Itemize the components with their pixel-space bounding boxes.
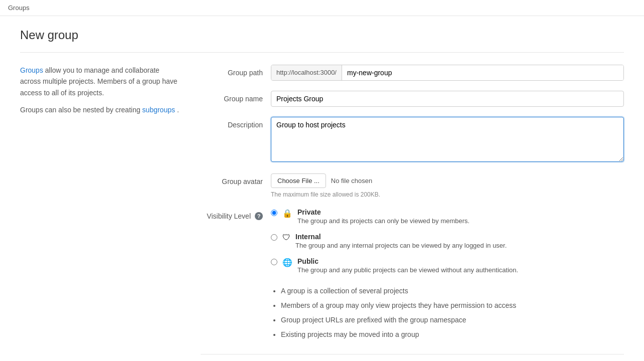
sidebar-nested-text: Groups can also be nested by creating su… xyxy=(20,104,181,115)
new-group-form: Group path http://localhost:3000/ Group … xyxy=(201,65,624,361)
nested-period: . xyxy=(177,106,179,114)
sidebar-intro: Groups allow you to manage and collabora… xyxy=(20,65,181,98)
group-path-control: http://localhost:3000/ xyxy=(271,65,624,81)
visibility-label: Visibility Level ? xyxy=(201,208,271,220)
group-path-row: Group path http://localhost:3000/ xyxy=(201,65,624,81)
page-title: New group xyxy=(20,28,624,42)
visibility-options: 🔒 Private The group and its projects can… xyxy=(271,208,624,274)
avatar-control: Choose File ... No file chosen The maxim… xyxy=(271,173,624,198)
list-item: Existing projects may be moved into a gr… xyxy=(281,329,624,340)
visibility-public: 🌐 Public The group and any public projec… xyxy=(271,257,624,274)
visibility-help-icon[interactable]: ? xyxy=(255,212,263,220)
visibility-private-labels: Private The group and its projects can o… xyxy=(297,208,469,225)
no-file-text: No file chosen xyxy=(331,177,372,185)
visibility-public-radio[interactable] xyxy=(271,259,277,265)
visibility-internal-desc: The group and any internal projects can … xyxy=(295,242,507,249)
group-path-label: Group path xyxy=(201,65,271,77)
sidebar: Groups allow you to manage and collabora… xyxy=(20,65,181,361)
group-name-row: Group name xyxy=(201,91,624,107)
choose-file-button[interactable]: Choose File ... xyxy=(271,173,326,188)
info-list: A group is a collection of several proje… xyxy=(271,286,624,340)
description-row: Description Group to host projects xyxy=(201,117,624,163)
list-item: A group is a collection of several proje… xyxy=(281,286,624,296)
visibility-public-desc: The group and any public projects can be… xyxy=(297,266,518,274)
file-input-wrap: Choose File ... No file chosen xyxy=(271,173,624,188)
group-path-prefix: http://localhost:3000/ xyxy=(271,65,342,80)
visibility-private-desc: The group and its projects can only be v… xyxy=(297,217,469,225)
group-path-input-wrap: http://localhost:3000/ xyxy=(271,65,624,81)
avatar-label: Group avatar xyxy=(201,173,271,186)
visibility-public-labels: Public The group and any public projects… xyxy=(297,257,518,274)
sidebar-intro-text: allow you to manage and collaborate acro… xyxy=(20,66,178,97)
globe-icon: 🌐 xyxy=(282,258,292,267)
description-label: Description xyxy=(201,117,271,129)
visibility-public-name: Public xyxy=(297,257,518,265)
visibility-internal-labels: Internal The group and any internal proj… xyxy=(295,233,507,249)
avatar-row: Group avatar Choose File ... No file cho… xyxy=(201,173,624,198)
description-input[interactable]: Group to host projects xyxy=(271,117,624,162)
group-name-control xyxy=(271,91,624,107)
groups-link[interactable]: Groups xyxy=(20,66,43,74)
shield-icon: 🛡 xyxy=(282,233,290,242)
subgroups-link[interactable]: subgroups xyxy=(142,106,175,114)
visibility-control: 🔒 Private The group and its projects can… xyxy=(271,208,624,344)
description-control: Group to host projects xyxy=(271,117,624,163)
visibility-internal-name: Internal xyxy=(295,233,507,241)
form-footer: Create group Cancel xyxy=(201,354,624,361)
file-size-hint: The maximum file size allowed is 200KB. xyxy=(271,191,624,198)
group-path-input[interactable] xyxy=(342,65,623,80)
list-item: Members of a group may only view project… xyxy=(281,300,624,311)
title-divider xyxy=(20,52,624,53)
visibility-internal-radio[interactable] xyxy=(271,234,277,241)
lock-icon: 🔒 xyxy=(282,209,292,218)
nested-prefix: Groups can also be nested by creating xyxy=(20,106,142,114)
visibility-private: 🔒 Private The group and its projects can… xyxy=(271,208,624,225)
list-item: Group project URLs are prefixed with the… xyxy=(281,315,624,325)
breadcrumb-text: Groups xyxy=(8,4,30,12)
visibility-row: Visibility Level ? 🔒 Private The group a… xyxy=(201,208,624,344)
group-name-label: Group name xyxy=(201,91,271,103)
group-name-input[interactable] xyxy=(271,91,624,107)
visibility-private-name: Private xyxy=(297,208,469,216)
visibility-private-radio[interactable] xyxy=(271,210,277,216)
breadcrumb-bar: Groups xyxy=(0,0,644,16)
visibility-internal: 🛡 Internal The group and any internal pr… xyxy=(271,233,624,249)
